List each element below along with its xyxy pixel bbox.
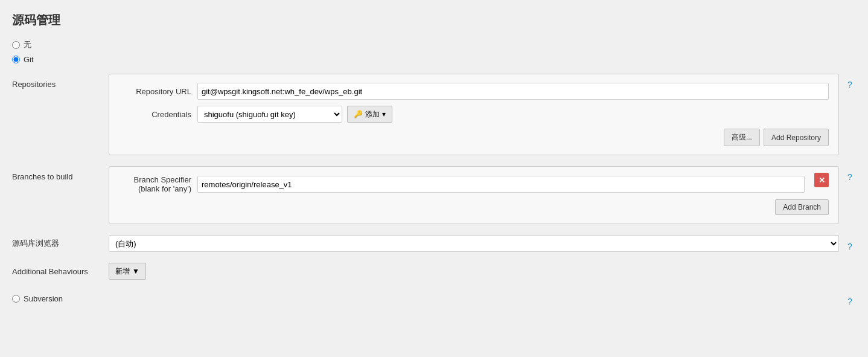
add-credentials-label: 添加 — [365, 109, 380, 120]
repo-url-input[interactable] — [197, 83, 829, 100]
radio-git[interactable] — [12, 56, 20, 63]
repositories-help-icon[interactable]: ? — [844, 74, 856, 89]
source-browser-label: 源码库浏览器 — [12, 238, 109, 249]
branches-help-icon[interactable]: ? — [844, 166, 856, 182]
new-behaviour-label: 新增 — [115, 266, 130, 277]
new-behaviour-button[interactable]: 新增 ▼ — [109, 263, 146, 280]
page-title: 源码管理 — [12, 12, 856, 28]
credentials-label: Credentials — [119, 110, 197, 119]
radio-none-label: 无 — [24, 39, 31, 50]
add-branch-button[interactable]: Add Branch — [775, 199, 829, 215]
delete-branch-button[interactable]: ✕ — [814, 173, 829, 187]
additional-behaviours-label: Additional Behaviours — [12, 267, 109, 276]
add-credentials-dropdown-arrow: ▾ — [382, 110, 386, 118]
advanced-button[interactable]: 高级... — [724, 129, 760, 146]
source-browser-help-icon[interactable]: ? — [844, 236, 856, 251]
svn-help-icon[interactable]: ? — [844, 291, 856, 306]
key-icon: 🔑 — [354, 110, 363, 118]
credentials-select[interactable]: shiguofu (shiguofu git key) — [197, 106, 342, 123]
radio-svn[interactable] — [12, 295, 20, 303]
repositories-label: Repositories — [12, 74, 109, 89]
add-credentials-button[interactable]: 🔑 添加 ▾ — [347, 106, 392, 123]
repo-url-label: Repository URL — [119, 87, 197, 96]
radio-none[interactable] — [12, 41, 20, 49]
branch-specifier-label: Branch Specifier (blank for 'any') — [119, 175, 197, 193]
add-repository-button[interactable]: Add Repository — [764, 129, 829, 146]
branches-label: Branches to build — [12, 166, 109, 181]
branch-specifier-input[interactable] — [197, 176, 805, 193]
new-behaviour-dropdown-arrow: ▼ — [132, 267, 139, 275]
source-browser-select[interactable]: (自动) — [109, 235, 839, 252]
radio-git-label: Git — [24, 55, 34, 64]
radio-svn-label: Subversion — [24, 294, 63, 303]
